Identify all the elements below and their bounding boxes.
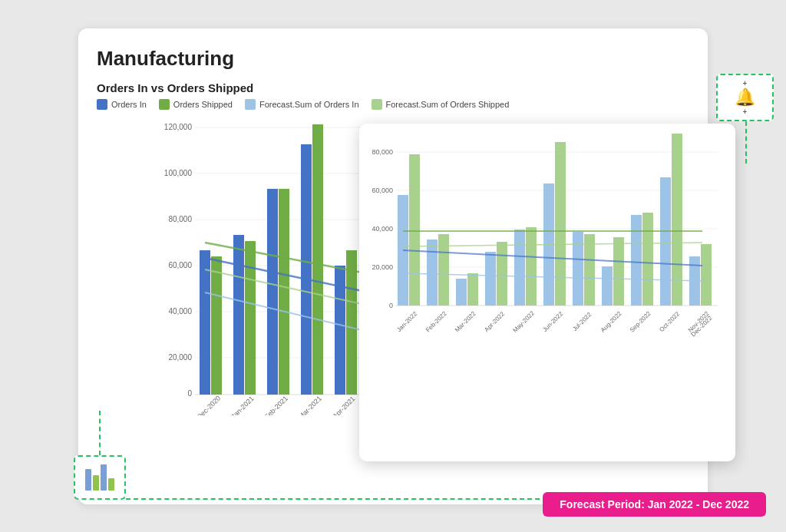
svg-rect-15 <box>211 256 222 395</box>
svg-rect-78 <box>602 266 613 306</box>
svg-text:40,000: 40,000 <box>168 307 192 316</box>
svg-rect-70 <box>485 252 496 306</box>
bell-annotation-box: + 🔔 + <box>716 74 774 121</box>
mini-bar-4 <box>108 478 114 491</box>
svg-rect-80 <box>631 215 642 306</box>
plus-icon-top-right: + <box>743 107 748 116</box>
legend-color-orders-in <box>97 99 107 110</box>
svg-rect-85 <box>701 244 712 306</box>
svg-rect-19 <box>279 189 289 395</box>
svg-rect-14 <box>200 250 210 395</box>
mini-chart-annotation-box <box>74 455 126 500</box>
bell-icon: 🔔 <box>735 88 755 107</box>
svg-rect-77 <box>584 234 595 306</box>
svg-text:0: 0 <box>187 389 192 398</box>
svg-text:Feb-2021: Feb-2021 <box>263 394 289 415</box>
svg-text:20,000: 20,000 <box>168 353 192 362</box>
legend-color-orders-shipped <box>159 99 170 110</box>
svg-text:120,000: 120,000 <box>164 123 193 131</box>
svg-text:Jun-2022: Jun-2022 <box>541 309 564 332</box>
svg-text:0: 0 <box>389 302 393 309</box>
svg-rect-67 <box>438 234 449 306</box>
svg-rect-75 <box>555 142 566 306</box>
plus-icon-top-left: + <box>743 79 748 88</box>
svg-text:Dec-2020: Dec-2020 <box>196 394 223 415</box>
svg-text:80,000: 80,000 <box>168 215 192 223</box>
svg-text:40,000: 40,000 <box>372 225 393 233</box>
svg-text:Jan-2022: Jan-2022 <box>395 309 418 332</box>
legend-orders-in: Orders In <box>97 99 147 110</box>
mini-chart-icon <box>85 464 114 491</box>
dashed-line-vertical-bottom <box>99 411 101 455</box>
mini-bar-2 <box>93 475 99 491</box>
svg-rect-68 <box>456 279 467 306</box>
svg-rect-16 <box>233 235 244 395</box>
legend-orders-shipped: Orders Shipped <box>159 99 233 110</box>
svg-text:80,000: 80,000 <box>372 148 393 156</box>
svg-rect-20 <box>301 144 312 395</box>
svg-rect-71 <box>497 242 507 306</box>
svg-rect-73 <box>526 227 537 306</box>
svg-text:Aug-2022: Aug-2022 <box>599 309 623 333</box>
svg-rect-72 <box>514 230 525 306</box>
forecast-badge: Forecast Period: Jan 2022 - Dec 2022 <box>543 492 766 517</box>
zoom-popup: 80,000 60,000 40,000 20,000 0 <box>359 124 735 461</box>
mini-bar-1 <box>85 469 91 491</box>
svg-text:Apr-2022: Apr-2022 <box>483 310 506 333</box>
svg-text:Oct-2022: Oct-2022 <box>658 310 681 333</box>
svg-text:Jan-2021: Jan-2021 <box>230 395 256 415</box>
svg-text:Mar-2021: Mar-2021 <box>297 394 323 415</box>
legend-forecast-orders-in: Forecast.Sum of Orders In <box>245 99 359 110</box>
svg-text:Jul-2022: Jul-2022 <box>571 310 593 332</box>
chart-area: 120,000 100,000 80,000 60,000 40,000 20,… <box>97 116 689 415</box>
svg-rect-81 <box>642 213 653 306</box>
svg-text:60,000: 60,000 <box>168 261 192 269</box>
svg-text:100,000: 100,000 <box>164 169 193 177</box>
svg-text:Feb-2022: Feb-2022 <box>424 309 448 333</box>
svg-rect-66 <box>427 240 438 306</box>
zoom-chart-svg: 80,000 60,000 40,000 20,000 0 <box>368 131 722 454</box>
svg-rect-21 <box>312 124 323 395</box>
chart-legend: Orders In Orders Shipped Forecast.Sum of… <box>97 99 689 110</box>
main-card: Manufacturing Orders In vs Orders Shippe… <box>78 28 708 504</box>
svg-rect-82 <box>660 177 671 306</box>
svg-rect-69 <box>467 273 478 306</box>
svg-rect-17 <box>245 241 256 395</box>
svg-rect-18 <box>267 189 278 395</box>
svg-text:May-2022: May-2022 <box>511 309 536 334</box>
svg-text:Apr-2021: Apr-2021 <box>331 395 356 415</box>
svg-rect-65 <box>409 154 420 306</box>
svg-rect-79 <box>613 237 624 306</box>
svg-rect-76 <box>573 232 583 306</box>
legend-color-forecast-in <box>245 99 256 110</box>
chart-title: Orders In vs Orders Shipped <box>97 81 689 94</box>
page-title: Manufacturing <box>97 47 689 71</box>
legend-color-forecast-shipped <box>372 99 382 110</box>
dashed-line-vertical-top <box>745 121 747 164</box>
legend-forecast-orders-shipped: Forecast.Sum of Orders Shipped <box>372 99 510 110</box>
svg-text:60,000: 60,000 <box>372 187 393 194</box>
svg-text:Sep-2022: Sep-2022 <box>629 309 652 333</box>
mini-bar-3 <box>101 464 107 491</box>
svg-text:Mar-2022: Mar-2022 <box>454 309 477 333</box>
svg-text:20,000: 20,000 <box>372 263 393 271</box>
